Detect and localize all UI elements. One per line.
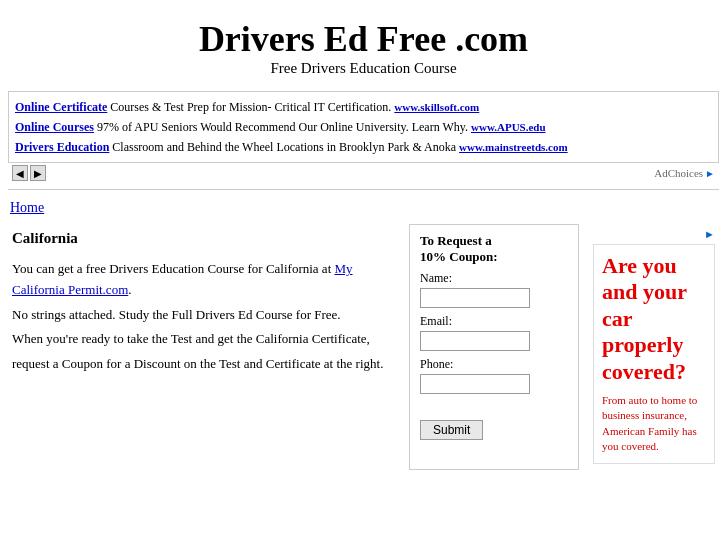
site-title: Drivers Ed Free .com (10, 18, 717, 60)
site-subtitle: Free Drivers Education Course (10, 60, 717, 77)
ad-row-3: Drivers Education Classroom and Behind t… (15, 138, 712, 156)
intro-paragraph: You can get a free Drivers Education Cou… (12, 259, 395, 301)
sidebar-ad-small-text: From auto to home to business insurance,… (602, 393, 706, 455)
email-label: Email: (420, 314, 568, 329)
ad-body-2: 97% of APU Seniors Would Recommend Our O… (94, 120, 468, 134)
ad-url-2[interactable]: www.APUS.edu (471, 121, 546, 133)
ad-controls: ◀ ▶ AdChoices ► (8, 163, 719, 183)
sidebar-ad-content: Are you and your car properly covered? F… (593, 244, 715, 464)
sidebar-ad-big-text: Are you and your car properly covered? (602, 253, 706, 385)
adchoices: AdChoices ► (654, 167, 715, 179)
content-left: California You can get a free Drivers Ed… (8, 224, 399, 470)
ad-next-button[interactable]: ▶ (30, 165, 46, 181)
ad-row-1: Online Certificate Courses & Test Prep f… (15, 98, 712, 116)
page-wrapper: Drivers Ed Free .com Free Drivers Educat… (0, 0, 727, 545)
sidebar-ad: ► Are you and your car properly covered?… (589, 224, 719, 470)
coupon-box: To Request a 10% Coupon: Name: Email: Ph… (409, 224, 579, 470)
paragraph3: When you're ready to take the Test and g… (12, 329, 395, 350)
main-content: California You can get a free Drivers Ed… (0, 224, 727, 470)
breadcrumb: Home (0, 196, 727, 224)
submit-button[interactable]: submit (420, 420, 483, 440)
ad-triangle-icon: ► (704, 228, 715, 240)
ad-link-2[interactable]: Online Courses (15, 120, 94, 134)
home-link[interactable]: Home (10, 200, 44, 215)
intro-period: . (128, 282, 131, 297)
paragraph4: request a Coupon for a Discount on the T… (12, 354, 395, 375)
coupon-heading: To Request a 10% Coupon: (420, 233, 568, 265)
ad-body-3: Classroom and Behind the Wheel Locations… (109, 140, 456, 154)
phone-label: Phone: (420, 357, 568, 372)
name-input[interactable] (420, 288, 530, 308)
california-heading: California (12, 230, 395, 247)
ad-prev-button[interactable]: ◀ (12, 165, 28, 181)
ad-url-3[interactable]: www.mainstreetds.com (459, 141, 568, 153)
ad-banner: Online Certificate Courses & Test Prep f… (8, 91, 719, 163)
ad-row-2: Online Courses 97% of APU Seniors Would … (15, 118, 712, 136)
paragraph2: No strings attached. Study the Full Driv… (12, 305, 395, 326)
ad-link-1[interactable]: Online Certificate (15, 100, 107, 114)
header: Drivers Ed Free .com Free Drivers Educat… (0, 0, 727, 83)
intro-text-1: You can get a free Drivers Education Cou… (12, 261, 331, 276)
ad-nav: ◀ ▶ (12, 165, 46, 181)
phone-input[interactable] (420, 374, 530, 394)
ad-body-1: Courses & Test Prep for Mission- Critica… (107, 100, 391, 114)
divider-1 (8, 189, 719, 190)
ad-link-3[interactable]: Drivers Education (15, 140, 109, 154)
email-input[interactable] (420, 331, 530, 351)
ad-url-1[interactable]: www.skillsoft.com (394, 101, 479, 113)
adchoices-icon: ► (705, 168, 715, 179)
name-label: Name: (420, 271, 568, 286)
adchoices-label: AdChoices (654, 167, 703, 179)
